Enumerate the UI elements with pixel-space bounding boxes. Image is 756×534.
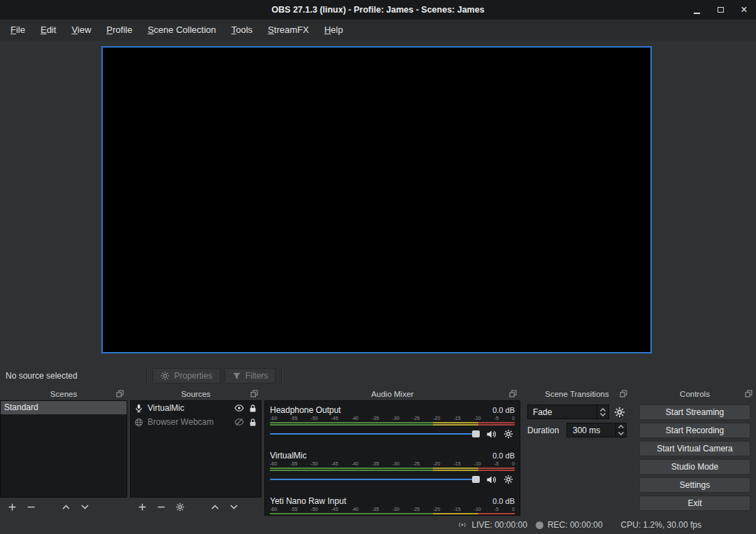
menu-profile[interactable]: Profile — [99, 20, 140, 41]
duration-increase-button[interactable] — [616, 423, 626, 430]
broadcast-icon — [457, 520, 467, 530]
toolbar-separator — [281, 369, 282, 383]
properties-button[interactable]: Properties — [152, 368, 220, 384]
source-move-down-button[interactable] — [228, 501, 239, 512]
scene-item-standard[interactable]: Standard — [1, 401, 127, 414]
meter-tick-label: -50 — [311, 506, 318, 512]
menu-streamfx[interactable]: StreamFX — [260, 20, 317, 41]
lock-icon[interactable] — [248, 404, 257, 413]
rec-time: REC: 00:00:00 — [548, 520, 603, 530]
menu-view[interactable]: View — [64, 20, 99, 41]
meter-tick-label: -60 — [270, 461, 277, 467]
mixer-channel-name: VirtualMic — [270, 451, 306, 461]
combo-spinner[interactable] — [597, 405, 608, 419]
scenes-dock-header[interactable]: Scenes — [0, 388, 127, 400]
menu-scene-collection[interactable]: Scene Collection — [140, 20, 224, 41]
meter-scale: -60-55-50-45-40-35-30-25-20-15-10-50 — [270, 461, 515, 467]
volume-slider[interactable] — [270, 475, 480, 484]
start-recording-button[interactable]: Start Recording — [639, 423, 750, 438]
source-item-browser-webcam[interactable]: Browser Webcam — [131, 415, 261, 429]
speaker-icon — [486, 429, 497, 440]
meter-tick-label: -20 — [433, 461, 440, 467]
maximize-button[interactable] — [714, 0, 727, 20]
meter-tick-label: -60 — [270, 415, 277, 421]
exit-button[interactable]: Exit — [639, 496, 750, 511]
chevron-down-icon — [600, 413, 606, 416]
scene-transitions-dock-header[interactable]: Scene Transitions — [523, 388, 631, 400]
transition-select[interactable]: Fade — [527, 405, 609, 419]
start-streaming-button[interactable]: Start Streaming — [639, 405, 750, 420]
meter-tick-label: -35 — [372, 506, 379, 512]
scene-move-down-button[interactable] — [79, 501, 90, 512]
remove-scene-button[interactable] — [25, 501, 36, 512]
meter-tick-label: -35 — [372, 415, 379, 421]
mixer-channel-level: 0.0 dB — [492, 497, 515, 505]
dock-popout-icon[interactable] — [116, 390, 124, 398]
duration-spinbox[interactable]: 300 ms — [566, 423, 627, 437]
dock-popout-icon[interactable] — [509, 390, 517, 398]
minimize-button[interactable] — [690, 0, 703, 20]
dock-popout-icon[interactable] — [745, 390, 753, 398]
settings-button[interactable]: Settings — [639, 477, 750, 493]
meter-tick-label: -20 — [433, 415, 440, 421]
controls-body: Start Streaming Start Recording Start Vi… — [634, 400, 756, 511]
eye-icon[interactable] — [234, 403, 244, 413]
toolbar-separator — [146, 369, 147, 383]
transition-properties-button[interactable] — [613, 405, 627, 419]
controls-dock-header[interactable]: Controls — [634, 388, 756, 400]
duration-decrease-button[interactable] — [616, 430, 626, 437]
menu-file[interactable]: File — [3, 20, 33, 41]
source-move-up-button[interactable] — [209, 501, 220, 512]
properties-label: Properties — [174, 371, 213, 381]
menu-edit[interactable]: Edit — [33, 20, 64, 41]
meter-tick-label: 0 — [512, 506, 515, 512]
dock-popout-icon[interactable] — [250, 390, 258, 398]
source-properties-button[interactable] — [174, 501, 185, 512]
mixer-options-button[interactable] — [502, 473, 515, 486]
mixer-channel-level: 0.0 dB — [492, 406, 515, 414]
meter-tick-label: -30 — [392, 461, 399, 467]
remove-source-button[interactable] — [155, 501, 166, 512]
mute-button[interactable] — [485, 473, 497, 486]
menu-tools[interactable]: Tools — [224, 20, 260, 41]
meter-bar — [270, 513, 515, 514]
sources-list[interactable]: VirtualMic Browser Webcam — [130, 400, 262, 498]
sources-dock-header[interactable]: Sources — [130, 388, 262, 400]
volume-slider-handle[interactable] — [472, 430, 480, 437]
audio-mixer-body: Headphone Output 0.0 dB -60-55-50-45-40-… — [264, 400, 520, 516]
close-button[interactable] — [738, 0, 750, 20]
audio-mixer-dock: Audio Mixer Headphone Output 0.0 dB -60-… — [264, 388, 520, 516]
titlebar: OBS 27.1.3 (linux) - Profile: James - Sc… — [0, 0, 756, 20]
mixer-options-button[interactable] — [502, 428, 515, 440]
meter-tick-label: -15 — [453, 506, 460, 512]
meter-scale: -60-55-50-45-40-35-30-25-20-15-10-50 — [270, 415, 515, 421]
live-time: LIVE: 00:00:00 — [471, 520, 527, 530]
meter-tick-label: -30 — [392, 506, 399, 512]
menu-help[interactable]: Help — [317, 20, 351, 41]
dock-popout-icon[interactable] — [620, 390, 627, 398]
add-source-button[interactable] — [136, 501, 148, 512]
source-item-virtualmic[interactable]: VirtualMic — [131, 401, 261, 415]
meter-bar — [270, 468, 515, 469]
mute-button[interactable] — [485, 428, 497, 440]
start-virtual-camera-button[interactable]: Start Virtual Camera — [639, 441, 750, 456]
mixer-channel-level: 0.0 dB — [492, 451, 515, 460]
add-scene-button[interactable] — [6, 501, 17, 512]
filters-button[interactable]: Filters — [224, 368, 276, 384]
meter-tick-label: -45 — [331, 415, 338, 421]
live-status: LIVE: 00:00:00 — [457, 520, 527, 530]
preview-canvas[interactable] — [101, 46, 652, 353]
meter-tick-label: -5 — [494, 461, 499, 467]
scene-move-up-button[interactable] — [60, 501, 71, 512]
meter-tick-label: -50 — [311, 415, 318, 421]
volume-slider-handle[interactable] — [472, 476, 480, 483]
volume-slider[interactable] — [270, 429, 480, 439]
source-toolbar: No source selected Properties Filters — [0, 365, 756, 386]
studio-mode-button[interactable]: Studio Mode — [639, 459, 750, 475]
scenes-list[interactable]: Standard — [0, 400, 127, 498]
lock-icon[interactable] — [248, 418, 257, 427]
audio-mixer-dock-header[interactable]: Audio Mixer — [264, 388, 520, 400]
preview-area — [0, 41, 756, 365]
eye-off-icon[interactable] — [234, 417, 244, 427]
meter-tick-label: -15 — [453, 415, 460, 421]
